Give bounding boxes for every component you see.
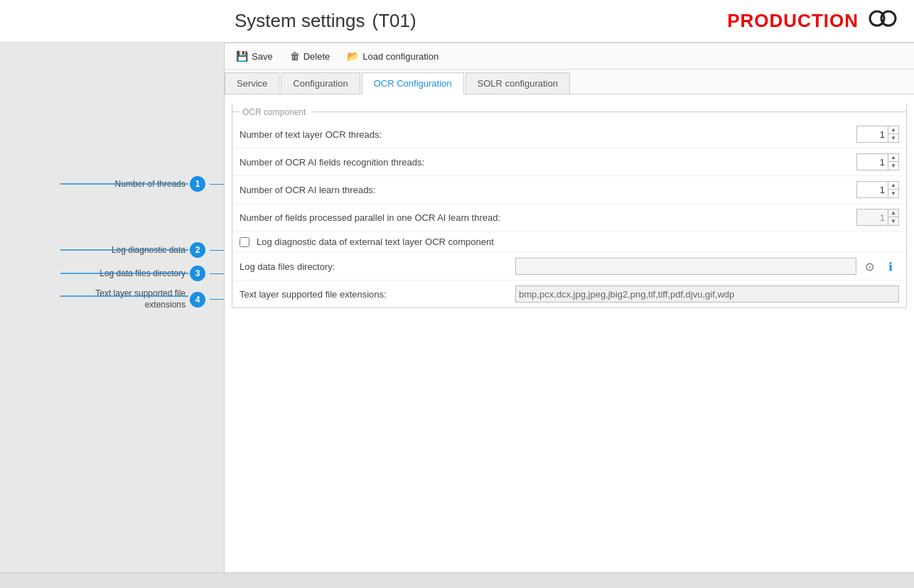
ocr-ai-learn-up[interactable]: ▲ — [888, 181, 898, 190]
tab-service[interactable]: Service — [225, 72, 279, 94]
production-badge: PRODUCTION — [727, 7, 900, 35]
log-diagnostic-checkbox[interactable] — [240, 237, 249, 247]
ocr-ai-recognition-row: Number of OCR AI fields recognition thre… — [232, 148, 906, 176]
log-data-dir-control: ⊙ ℹ — [515, 258, 899, 275]
ocr-ai-recognition-value: 1 — [857, 157, 888, 168]
toolbar: 💾 Save 🗑 Delete 📂 Load configuration — [225, 43, 914, 70]
fields-parallel-value: 1 — [857, 212, 888, 223]
ocr-ai-learn-value: 1 — [857, 185, 888, 195]
load-config-button[interactable]: 📂 Load configuration — [344, 49, 441, 63]
text-layer-threads-control: 1 ▲ ▼ — [856, 126, 899, 143]
delete-icon: 🗑 — [290, 50, 300, 62]
bottom-bar — [0, 572, 914, 588]
log-data-dir-row: Log data files directory: ⊙ ℹ — [232, 253, 906, 281]
ocr-ai-recognition-spinner[interactable]: 1 ▲ ▼ — [856, 153, 899, 170]
log-data-dir-browse-button[interactable]: ⊙ — [861, 258, 878, 275]
text-layer-threads-up[interactable]: ▲ — [888, 126, 898, 134]
text-layer-extensions-row: Text layer supported file extensions: — [232, 281, 906, 307]
ocr-ai-learn-row: Number of OCR AI learn threads: 1 ▲ ▼ — [232, 176, 906, 204]
section-title-bar: OCR component — [232, 103, 906, 120]
tab-solr-configuration[interactable]: SOLR configuration — [466, 72, 570, 94]
text-layer-threads-label: Number of text layer OCR threads: — [240, 129, 856, 140]
save-button[interactable]: 💾 Save — [233, 49, 276, 63]
ocr-ai-recognition-label: Number of OCR AI fields recognition thre… — [240, 157, 856, 168]
fields-parallel-row: Number of fields processed parallel in o… — [232, 204, 906, 232]
production-label: PRODUCTION — [727, 10, 859, 32]
text-layer-threads-spinner-btns: ▲ ▼ — [888, 126, 898, 143]
fields-parallel-spinner[interactable]: 1 ▲ ▼ — [856, 209, 899, 226]
ocr-ai-learn-down[interactable]: ▼ — [888, 190, 898, 198]
header: System settings (T01) PRODUCTION — [0, 0, 914, 43]
fields-parallel-down[interactable]: ▼ — [888, 217, 898, 226]
load-icon: 📂 — [347, 50, 359, 62]
annotation-line-2 — [60, 250, 203, 251]
log-diagnostic-label: Log diagnostic data of external text lay… — [257, 236, 899, 247]
content-area: 💾 Save 🗑 Delete 📂 Load configuration Ser… — [224, 43, 914, 572]
tab-configuration[interactable]: Configuration — [281, 72, 360, 94]
save-icon: 💾 — [236, 50, 248, 62]
infinity-icon — [864, 7, 900, 35]
text-layer-extensions-input[interactable] — [515, 285, 899, 303]
annotation-line-4 — [60, 296, 203, 298]
ocr-ai-learn-control: 1 ▲ ▼ — [856, 181, 899, 198]
fields-parallel-spinner-btns: ▲ ▼ — [888, 209, 898, 226]
page-subtitle: (T01) — [372, 10, 416, 32]
fields-parallel-up[interactable]: ▲ — [888, 209, 898, 217]
app-container: System settings (T01) PRODUCTION Number … — [0, 0, 914, 588]
ocr-ai-recognition-down[interactable]: ▼ — [888, 162, 898, 170]
page-title: System settings — [235, 10, 365, 32]
text-layer-threads-spinner[interactable]: 1 ▲ ▼ — [856, 126, 899, 143]
main-layout: Number of threads 1 Log diagnostic data … — [0, 43, 914, 572]
text-layer-extensions-label: Text layer supported file extensions: — [240, 289, 515, 300]
log-data-dir-info-button[interactable]: ℹ — [882, 258, 899, 275]
annotation-line-3 — [60, 273, 203, 275]
log-data-dir-input[interactable] — [515, 258, 856, 275]
log-diagnostic-row: Log diagnostic data of external text lay… — [232, 232, 906, 253]
text-layer-extensions-control — [515, 285, 899, 303]
text-layer-threads-value: 1 — [857, 129, 888, 140]
annotation-line-1 — [60, 184, 203, 185]
section-title-text: OCR component — [240, 107, 311, 117]
text-layer-threads-row: Number of text layer OCR threads: 1 ▲ ▼ — [232, 121, 906, 148]
tabs-bar: Service Configuration OCR Configuration … — [225, 70, 914, 94]
ocr-ai-recognition-control: 1 ▲ ▼ — [856, 153, 899, 170]
ocr-ai-learn-spinner[interactable]: 1 ▲ ▼ — [856, 181, 899, 198]
ocr-component-section: OCR component Number of text layer OCR t… — [232, 103, 907, 308]
ocr-ai-recognition-spinner-btns: ▲ ▼ — [888, 153, 898, 170]
log-data-dir-label: Log data files directory: — [240, 261, 515, 272]
sidebar: Number of threads 1 Log diagnostic data … — [0, 43, 224, 572]
delete-button[interactable]: 🗑 Delete — [287, 49, 333, 63]
tab-ocr-configuration[interactable]: OCR Configuration — [362, 72, 464, 94]
text-layer-threads-down[interactable]: ▼ — [888, 134, 898, 143]
fields-parallel-control: 1 ▲ ▼ — [856, 209, 899, 226]
fields-parallel-label: Number of fields processed parallel in o… — [240, 212, 856, 223]
annotation-4-label: Text layer supported file extensions — [65, 288, 186, 310]
ocr-ai-learn-spinner-btns: ▲ ▼ — [888, 181, 898, 198]
ocr-ai-recognition-up[interactable]: ▲ — [888, 153, 898, 162]
ocr-ai-learn-label: Number of OCR AI learn threads: — [240, 185, 856, 195]
annotation-badge-4: 4 — [190, 292, 205, 307]
